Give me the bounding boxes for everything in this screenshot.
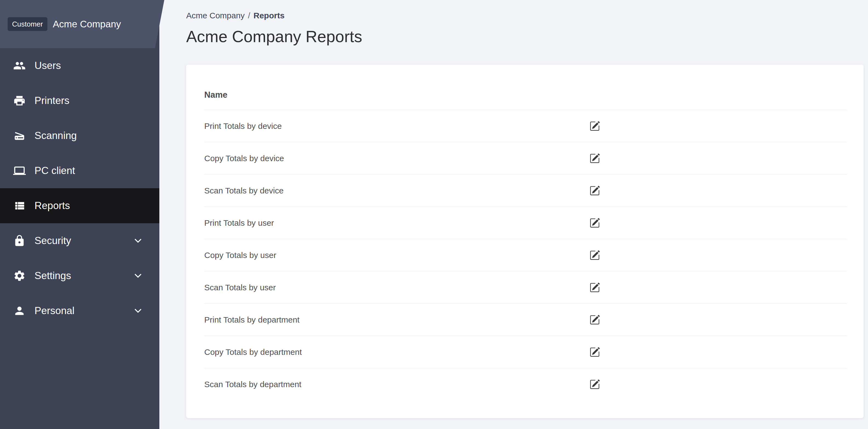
edit-icon bbox=[590, 347, 600, 357]
edit-report-button[interactable] bbox=[587, 151, 602, 166]
sidebar-item-security[interactable]: Security bbox=[0, 223, 159, 258]
customer-name: Acme Company bbox=[53, 19, 121, 30]
report-name: Scan Totals by user bbox=[204, 283, 276, 292]
edit-icon bbox=[590, 282, 600, 293]
sidebar-item-label: Reports bbox=[34, 200, 70, 211]
breadcrumb: Acme Company / Reports bbox=[186, 10, 868, 21]
sidebar-menu: Overview Users Printers Scanning PC clie bbox=[0, 0, 159, 328]
table-row[interactable]: Scan Totals by department bbox=[204, 368, 847, 401]
edit-report-button[interactable] bbox=[587, 119, 602, 134]
sidebar: Customer Acme Company Overview Users Pri… bbox=[0, 0, 159, 429]
report-name: Copy Totals by device bbox=[204, 154, 284, 163]
sidebar-item-settings[interactable]: Settings bbox=[0, 258, 159, 293]
sidebar-item-users[interactable]: Users bbox=[0, 48, 159, 83]
edit-report-button[interactable] bbox=[587, 248, 602, 263]
table-row[interactable]: Copy Totals by user bbox=[204, 239, 847, 271]
sidebar-item-label: Printers bbox=[34, 95, 69, 106]
edit-report-button[interactable] bbox=[587, 183, 602, 198]
sidebar-item-pc-client[interactable]: PC client bbox=[0, 153, 159, 188]
report-name: Print Totals by user bbox=[204, 218, 274, 228]
customer-badge: Customer bbox=[8, 17, 48, 31]
sidebar-item-personal[interactable]: Personal bbox=[0, 293, 159, 328]
table-row[interactable]: Scan Totals by device bbox=[204, 174, 847, 207]
sidebar-customer-header: Customer Acme Company bbox=[0, 0, 164, 48]
sidebar-item-scanning[interactable]: Scanning bbox=[0, 118, 159, 153]
edit-icon bbox=[590, 315, 600, 325]
sidebar-item-label: Personal bbox=[34, 305, 74, 317]
table-row[interactable]: Print Totals by user bbox=[204, 207, 847, 239]
scanner-icon bbox=[13, 129, 26, 142]
table-header-name: Name bbox=[204, 80, 847, 110]
edit-icon bbox=[590, 121, 600, 131]
lock-icon bbox=[13, 234, 26, 247]
table-row[interactable]: Scan Totals by user bbox=[204, 271, 847, 304]
main-content: Acme Company / Reports Acme Company Repo… bbox=[159, 10, 868, 429]
edit-icon bbox=[590, 153, 600, 164]
edit-icon bbox=[590, 379, 600, 390]
monitor-icon bbox=[13, 164, 26, 177]
sidebar-item-label: Scanning bbox=[34, 130, 77, 141]
edit-report-button[interactable] bbox=[587, 215, 602, 231]
table-row[interactable]: Print Totals by department bbox=[204, 304, 847, 336]
table-row[interactable]: Copy Totals by device bbox=[204, 142, 847, 174]
breadcrumb-current: Reports bbox=[253, 11, 284, 20]
edit-report-button[interactable] bbox=[587, 280, 602, 295]
sidebar-item-printers[interactable]: Printers bbox=[0, 83, 159, 118]
sidebar-item-label: Security bbox=[34, 235, 71, 246]
report-name: Print Totals by department bbox=[204, 315, 300, 325]
report-name: Scan Totals by department bbox=[204, 380, 302, 389]
reports-icon bbox=[13, 199, 26, 212]
gear-icon bbox=[13, 269, 26, 282]
report-name: Print Totals by device bbox=[204, 122, 282, 131]
printer-icon bbox=[13, 94, 26, 107]
page-title: Acme Company Reports bbox=[186, 27, 868, 46]
sidebar-item-reports[interactable]: Reports bbox=[0, 188, 159, 223]
users-icon bbox=[13, 59, 26, 72]
edit-icon bbox=[590, 250, 600, 261]
edit-report-button[interactable] bbox=[587, 312, 602, 328]
edit-icon bbox=[590, 218, 600, 228]
report-name: Copy Totals by user bbox=[204, 251, 276, 260]
table-row[interactable]: Copy Totals by department bbox=[204, 336, 847, 368]
sidebar-item-label: Users bbox=[34, 60, 61, 71]
reports-card: Name Print Totals by device Copy Totals … bbox=[186, 65, 864, 418]
chevron-down-icon bbox=[132, 270, 144, 281]
edit-report-button[interactable] bbox=[587, 377, 602, 392]
breadcrumb-parent-link[interactable]: Acme Company bbox=[186, 11, 245, 20]
table-row[interactable]: Print Totals by device bbox=[204, 110, 847, 142]
report-name: Copy Totals by department bbox=[204, 348, 302, 357]
breadcrumb-separator: / bbox=[248, 11, 250, 20]
edit-icon bbox=[590, 186, 600, 196]
chevron-down-icon bbox=[132, 305, 144, 316]
person-icon bbox=[13, 304, 26, 317]
report-name: Scan Totals by device bbox=[204, 186, 284, 195]
sidebar-item-label: PC client bbox=[34, 165, 75, 176]
chevron-down-icon bbox=[132, 235, 144, 246]
sidebar-item-label: Settings bbox=[34, 270, 71, 282]
edit-report-button[interactable] bbox=[587, 344, 602, 360]
